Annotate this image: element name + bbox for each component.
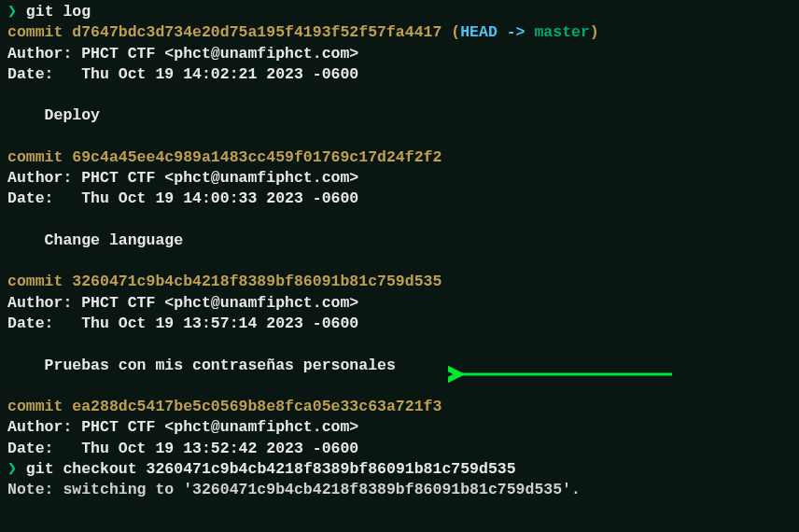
commit-prefix: commit bbox=[7, 273, 72, 290]
date-line: Date: Thu Oct 19 13:52:42 2023 -0600 bbox=[7, 439, 792, 459]
commit-line: commit 69c4a45ee4c989a1483cc459f01769c17… bbox=[7, 147, 792, 168]
command-git-checkout: git checkout 3260471c9b4cb4218f8389bf860… bbox=[26, 460, 516, 478]
author-line: Author: PHCT CTF <phct@unamfiphct.com> bbox=[7, 168, 792, 189]
checkout-note: Note: switching to '3260471c9b4cb4218f83… bbox=[7, 480, 792, 500]
commit-line: commit 3260471c9b4cb4218f8389bf86091b81c… bbox=[7, 272, 792, 292]
terminal-output[interactable]: ❯ git log commit d7647bdc3d734e20d75a195… bbox=[7, 2, 792, 500]
ref-arrow: -> bbox=[498, 23, 535, 41]
author-line: Author: PHCT CTF <phct@unamfiphct.com> bbox=[7, 417, 792, 438]
commit-hash: 3260471c9b4cb4218f8389bf86091b81c759d535 bbox=[72, 273, 442, 290]
blank-line bbox=[7, 85, 792, 105]
blank-line bbox=[7, 334, 792, 355]
command-git-log: git log bbox=[26, 3, 91, 21]
commit-hash: ea288dc5417be5c0569b8e8fca05e33c63a721f3 bbox=[72, 398, 442, 415]
branch-name: master bbox=[534, 23, 589, 41]
prompt-line-2: ❯ git checkout 3260471c9b4cb4218f8389bf8… bbox=[7, 459, 792, 480]
ref-close: ) bbox=[590, 23, 599, 41]
commit-prefix: commit bbox=[7, 148, 72, 166]
date-line: Date: Thu Oct 19 14:02:21 2023 -0600 bbox=[7, 64, 792, 85]
prompt-symbol: ❯ bbox=[7, 460, 17, 478]
date-line: Date: Thu Oct 19 14:00:33 2023 -0600 bbox=[7, 189, 792, 209]
commit-line: commit ea288dc5417be5c0569b8e8fca05e33c6… bbox=[7, 397, 792, 417]
blank-line bbox=[7, 127, 792, 147]
commit-message: Change language bbox=[7, 231, 792, 251]
commit-line: commit d7647bdc3d734e20d75a195f4193f52f5… bbox=[7, 22, 792, 43]
commit-prefix: commit bbox=[7, 398, 72, 415]
commit-hash: d7647bdc3d734e20d75a195f4193f52f57fa4417 bbox=[72, 23, 442, 41]
commit-hash: 69c4a45ee4c989a1483cc459f01769c17d24f2f2 bbox=[72, 148, 442, 166]
date-line: Date: Thu Oct 19 13:57:14 2023 -0600 bbox=[7, 314, 792, 334]
head-ref: HEAD bbox=[460, 23, 498, 41]
blank-line bbox=[7, 210, 792, 231]
author-line: Author: PHCT CTF <phct@unamfiphct.com> bbox=[7, 293, 792, 314]
commit-prefix: commit bbox=[7, 23, 72, 41]
prompt-symbol: ❯ bbox=[7, 3, 17, 21]
blank-line bbox=[7, 251, 792, 272]
arrow-annotation-icon bbox=[448, 364, 681, 385]
author-line: Author: PHCT CTF <phct@unamfiphct.com> bbox=[7, 44, 792, 64]
commit-message: Deploy bbox=[7, 105, 792, 126]
prompt-line-1: ❯ git log bbox=[7, 2, 792, 22]
ref-open: ( bbox=[442, 23, 460, 41]
